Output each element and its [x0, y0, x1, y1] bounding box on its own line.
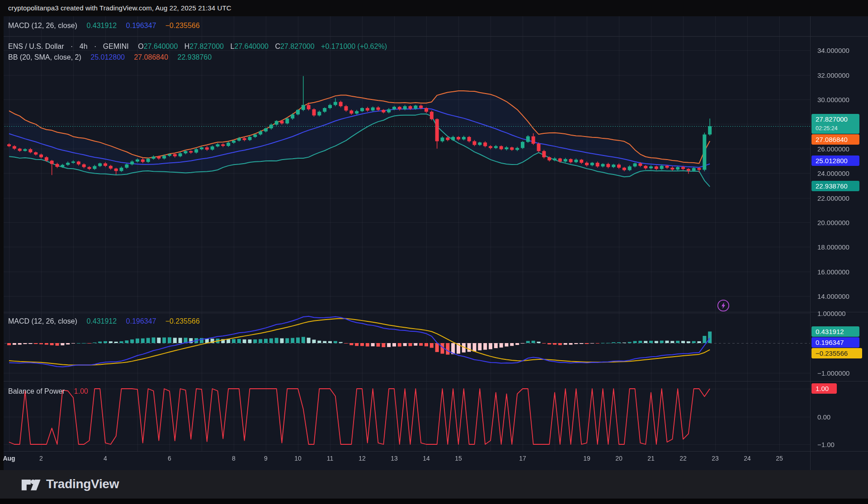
price-axis-label: 26.000000	[817, 145, 849, 152]
time-axis-label: 23	[712, 455, 719, 462]
macd-pane-legend: MACD (12, 26, close) 0.431912 0.196347 −…	[8, 317, 200, 325]
symbol-name: ENS / U.S. Dollar	[8, 42, 64, 50]
price-axis-label: 20.000000	[817, 219, 849, 226]
price-axis-label: 24.000000	[817, 170, 849, 177]
time-axis-label: 19	[583, 455, 590, 462]
bb-upper-value: 27.086840	[134, 53, 168, 61]
separator-dot: ·	[94, 42, 96, 50]
time-axis-label: 10	[294, 455, 302, 462]
footer-bottom-strip	[0, 499, 868, 504]
time-axis-label: 13	[391, 455, 398, 462]
bb-legend-label: BB (20, SMA, close, 2)	[8, 53, 81, 61]
open-value: 27.640000	[144, 42, 178, 50]
price-axis-label: 18.000000	[817, 243, 849, 251]
time-axis-label: 2	[39, 455, 43, 462]
bb-basis-value: 25.012800	[90, 53, 125, 61]
boost-lightning-button[interactable]	[717, 299, 730, 312]
time-axis-label: 21	[647, 455, 655, 462]
bop-badge: 1.00	[811, 383, 837, 394]
macd-top-line-value: 0.196347	[126, 22, 156, 29]
bop-legend-label: Balance of Power	[8, 387, 65, 395]
time-axis-label: 17	[519, 455, 526, 462]
current-price-badge: 27.827000 02:25:24	[811, 114, 859, 134]
candle-countdown: 02:25:24	[816, 125, 859, 132]
lightning-icon	[717, 299, 730, 312]
title-bar: cryptopolitanpa3 created with TradingVie…	[0, 0, 868, 16]
price-axis-label: 32.000000	[817, 71, 849, 79]
interval-label: 4h	[80, 42, 88, 50]
time-axis-label: 24	[744, 455, 751, 462]
macd-top-hist-value: 0.431912	[86, 22, 117, 29]
bop-legend: Balance of Power 1.00	[8, 387, 88, 396]
price-axis-label: 22.000000	[817, 194, 849, 202]
macd-line-value: 0.196347	[126, 317, 156, 325]
time-axis-label: 6	[168, 455, 171, 462]
macd-hist-value: 0.431912	[86, 317, 117, 325]
time-axis-label: Aug	[3, 455, 15, 462]
close-label: C	[275, 42, 280, 50]
time-axis-label: 12	[359, 455, 366, 462]
time-axis-label: 20	[615, 455, 623, 462]
high-label: H	[184, 42, 190, 50]
tradingview-logo-text: TradingView	[46, 477, 119, 491]
low-value: 27.640000	[234, 42, 269, 50]
tradingview-logo-icon	[21, 475, 41, 493]
bop-axis-label: 0.00	[817, 413, 830, 420]
close-value: 27.827000	[280, 42, 315, 50]
time-axis-label: 11	[327, 455, 334, 462]
time-axis-label: 22	[679, 455, 687, 462]
bb-basis-badge: 25.012800	[811, 155, 859, 166]
macd-top-legend-label: MACD (12, 26, close)	[8, 22, 77, 29]
bb-lower-value: 22.938760	[177, 53, 212, 61]
watermark-text: cryptopolitanpa3 created with TradingVie…	[8, 4, 231, 12]
macd-axis-label: −1.000000	[817, 369, 849, 377]
time-axis-label: 9	[264, 455, 268, 462]
time-axis-label: 15	[455, 455, 462, 462]
macd-axis-label: 1.000000	[817, 310, 846, 317]
separator-dot: ·	[71, 42, 73, 50]
tradingview-chart-app: cryptopolitanpa3 created with TradingVie…	[0, 0, 868, 504]
bb-lower-badge: 22.938760	[811, 181, 859, 191]
open-label: O	[138, 42, 143, 50]
macd-signal-value: −0.235566	[165, 317, 200, 325]
symbol-legend: ENS / U.S. Dollar · 4h · GEMINI O27.6400…	[8, 42, 387, 51]
macd-top-legend: MACD (12, 26, close) 0.431912 0.196347 −…	[8, 22, 200, 30]
high-value: 27.827000	[189, 42, 224, 50]
tradingview-logo[interactable]: TradingView	[21, 475, 119, 493]
macd-hist-badge: 0.431912	[811, 326, 859, 337]
macd-legend-label: MACD (12, 26, close)	[8, 317, 77, 325]
bb-upper-badge: 27.086840	[811, 134, 859, 145]
macd-signal-badge: −0.235566	[811, 348, 862, 358]
bop-axis-label: −1.00	[817, 441, 835, 448]
time-axis-label: 14	[423, 455, 430, 462]
footer-bar	[0, 470, 868, 499]
left-edge-strip	[0, 16, 4, 470]
macd-top-signal-value: −0.235566	[165, 22, 200, 29]
macd-line-badge: 0.196347	[811, 337, 859, 348]
time-axis-label: 8	[232, 455, 236, 462]
current-price-value: 27.827000	[816, 114, 859, 125]
chart-canvas[interactable]	[0, 16, 868, 470]
exchange-label: GEMINI	[103, 42, 129, 50]
price-axis-label: 14.000000	[817, 292, 849, 300]
price-axis-label: 34.000000	[817, 47, 849, 54]
price-axis-label: 30.000000	[817, 96, 849, 104]
bop-value: 1.00	[74, 387, 88, 395]
price-axis-label: 16.000000	[817, 268, 849, 275]
change-value: +0.171000 (+0.62%)	[321, 42, 387, 50]
time-axis-label: 25	[776, 455, 783, 462]
bb-legend: BB (20, SMA, close, 2) 25.012800 27.0868…	[8, 53, 212, 61]
low-label: L	[230, 42, 234, 50]
time-axis-label: 4	[104, 455, 107, 462]
